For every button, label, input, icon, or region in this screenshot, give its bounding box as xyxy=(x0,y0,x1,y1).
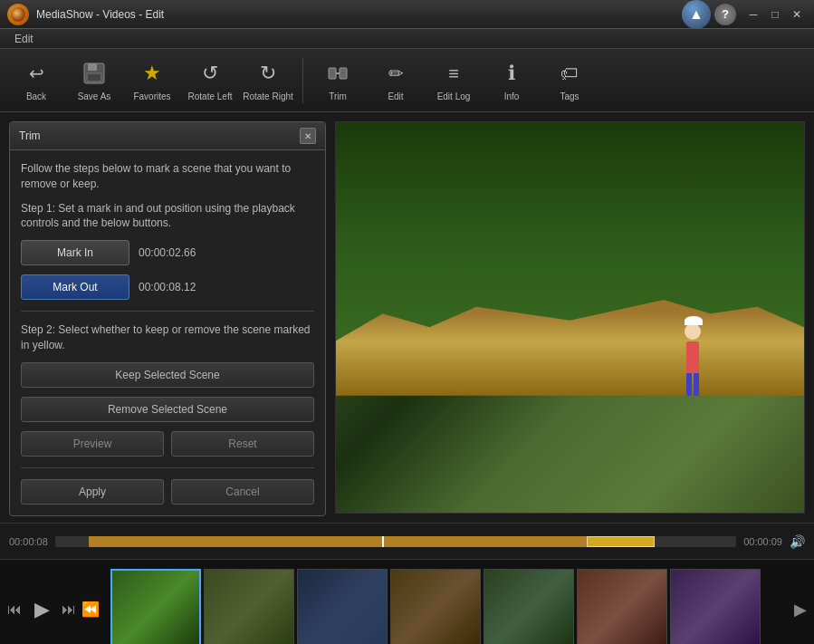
tags-label: Tags xyxy=(560,91,579,101)
filmstrip: ⏮ ▶ ⏭ ⏪ ▶ xyxy=(0,559,814,644)
child-leg-right xyxy=(694,373,699,396)
minimize-button[interactable]: ─ xyxy=(743,5,763,24)
main-content: Trim ✕ Follow the steps below to mark a … xyxy=(0,112,814,523)
app-logo xyxy=(7,4,29,25)
instructions-1: Follow the steps below to mark a scene t… xyxy=(21,161,314,192)
preview-button[interactable]: Preview xyxy=(21,431,164,457)
edit-log-button[interactable]: ≡ Edit Log xyxy=(426,53,481,108)
menu-edit[interactable]: Edit xyxy=(7,31,41,47)
svg-rect-5 xyxy=(340,68,347,79)
rotate-right-label: Rotate Right xyxy=(243,91,293,101)
tags-icon: 🏷 xyxy=(555,59,584,88)
thumbnail-4[interactable] xyxy=(390,569,481,645)
remove-scene-button[interactable]: Remove Selected Scene xyxy=(21,397,314,422)
rotate-left-button[interactable]: ↺ Rotate Left xyxy=(183,53,237,108)
filmstrip-next-button[interactable]: ▶ xyxy=(794,600,807,620)
filmstrip-thumbnails xyxy=(110,569,790,645)
mark-in-time: 00:00:02.66 xyxy=(139,246,196,259)
favorites-button[interactable]: ★ Favorites xyxy=(125,53,179,108)
apply-button[interactable]: Apply xyxy=(21,479,164,505)
thumbnail-6[interactable] xyxy=(577,569,667,645)
skip-to-end-button[interactable]: ⏭ xyxy=(62,595,76,624)
child-head xyxy=(685,323,701,340)
child-legs xyxy=(686,373,699,396)
dialog-titlebar: Trim ✕ xyxy=(10,122,325,150)
svg-point-0 xyxy=(11,7,25,22)
help-button[interactable]: ? xyxy=(714,4,736,25)
dialog-close-button[interactable]: ✕ xyxy=(300,128,316,144)
thumb-inner-7 xyxy=(671,570,760,645)
up-button[interactable]: ▲ xyxy=(682,0,711,29)
timeline-time-left: 00:00:08 xyxy=(9,536,48,547)
thumb-inner-2 xyxy=(205,570,293,645)
instructions-2: Step 1: Set a mark in and out position u… xyxy=(21,201,314,232)
rotate-right-button[interactable]: ↻ Rotate Right xyxy=(241,53,295,108)
mark-out-time: 00:00:08.12 xyxy=(139,281,196,293)
save-as-icon xyxy=(80,59,109,88)
timeline-bar: 00:00:08 00:00:09 🔊 xyxy=(0,523,814,559)
dialog-title: Trim xyxy=(19,130,41,142)
dialog-body: Follow the steps below to mark a scene t… xyxy=(10,150,325,515)
trim-button[interactable]: Trim xyxy=(311,53,365,108)
tags-button[interactable]: 🏷 Tags xyxy=(542,53,597,108)
divider-1 xyxy=(21,311,314,312)
trim-icon xyxy=(323,59,352,88)
child-leg-left xyxy=(686,373,692,396)
skip-to-start-button[interactable]: ⏮ xyxy=(7,595,22,624)
svg-rect-4 xyxy=(329,68,336,79)
filmstrip-playback-controls: ⏮ ▶ ⏭ ⏪ xyxy=(7,595,100,624)
filmstrip-nav: ▶ xyxy=(794,600,807,620)
timeline-marker xyxy=(382,536,384,547)
reset-button[interactable]: Reset xyxy=(171,431,314,457)
close-button[interactable]: ✕ xyxy=(787,5,807,24)
cancel-button[interactable]: Cancel xyxy=(171,479,314,505)
favorites-icon: ★ xyxy=(138,59,167,88)
window-controls: ─ □ ✕ xyxy=(743,5,807,24)
timeline-track[interactable] xyxy=(55,536,736,547)
thumbnail-5[interactable] xyxy=(484,569,574,645)
play-button[interactable]: ▶ xyxy=(27,595,56,624)
timeline-highlight xyxy=(89,536,634,547)
back-icon: ↩ xyxy=(22,59,51,88)
divider-2 xyxy=(21,467,314,468)
timeline-selection xyxy=(587,536,655,547)
child-body xyxy=(686,341,699,373)
edit-log-label: Edit Log xyxy=(437,91,471,101)
thumbnail-7[interactable] xyxy=(670,569,761,645)
edit-log-icon: ≡ xyxy=(439,59,468,88)
toolbar: ↩ Back Save As ★ Favorites ↺ Rotate Left… xyxy=(0,49,814,112)
child-hat xyxy=(685,316,703,325)
edit-button[interactable]: ✏ Edit xyxy=(369,53,423,108)
info-button[interactable]: ℹ Info xyxy=(484,53,539,108)
thumb-inner-4 xyxy=(391,570,480,645)
thumbnail-2[interactable] xyxy=(204,569,294,645)
keep-scene-button[interactable]: Keep Selected Scene xyxy=(21,362,314,388)
rotate-left-label: Rotate Left xyxy=(188,91,233,101)
window-title: MediaShow - Videos - Edit xyxy=(36,8,682,21)
maximize-button[interactable]: □ xyxy=(765,5,785,24)
thumb-inner-1 xyxy=(112,571,199,645)
thumbnail-1[interactable] xyxy=(110,569,201,645)
save-as-label: Save As xyxy=(78,91,111,101)
thumb-inner-3 xyxy=(298,570,387,645)
video-child-figure xyxy=(675,323,711,396)
thumbnail-3[interactable] xyxy=(297,569,388,645)
title-bar: MediaShow - Videos - Edit ▲ ? ─ □ ✕ xyxy=(0,0,814,29)
thumb-inner-5 xyxy=(484,570,573,645)
rewind-button[interactable]: ⏪ xyxy=(81,595,100,624)
menu-bar: Edit xyxy=(0,29,814,49)
apply-cancel-row: Apply Cancel xyxy=(21,479,314,505)
back-button[interactable]: ↩ Back xyxy=(9,53,63,108)
toolbar-separator-1 xyxy=(302,58,303,103)
mark-in-button[interactable]: Mark In xyxy=(21,240,129,265)
thumb-inner-6 xyxy=(578,570,666,645)
mark-out-button[interactable]: Mark Out xyxy=(21,274,129,300)
mark-in-row: Mark In 00:00:02.66 xyxy=(21,240,314,265)
save-as-button[interactable]: Save As xyxy=(67,53,121,108)
favorites-label: Favorites xyxy=(133,91,170,101)
volume-icon[interactable]: 🔊 xyxy=(790,534,805,549)
timeline-time-right: 00:00:09 xyxy=(743,536,782,547)
video-preview xyxy=(335,121,805,514)
trim-label: Trim xyxy=(329,91,347,101)
rotate-right-icon: ↻ xyxy=(254,59,283,88)
